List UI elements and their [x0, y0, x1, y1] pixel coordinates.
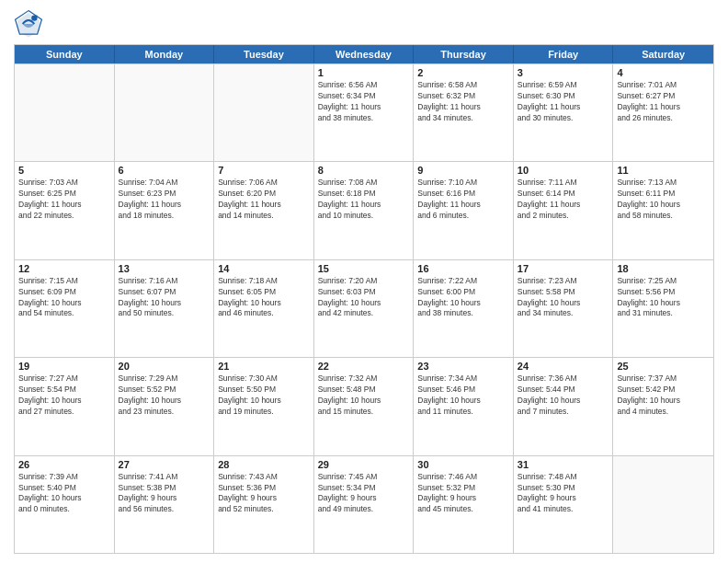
cell-info-line: Daylight: 9 hours [119, 493, 210, 504]
cell-info-line: Daylight: 10 hours [218, 396, 310, 407]
day-number: 20 [119, 361, 210, 372]
day-cell-15: 15Sunrise: 7:20 AMSunset: 6:03 PMDayligh… [314, 260, 415, 357]
cell-info-line: Sunrise: 7:03 AM [18, 178, 110, 189]
cell-info-line: and 22 minutes. [18, 211, 110, 222]
cell-info-line: Sunset: 6:23 PM [119, 189, 210, 200]
cell-info-line: Sunset: 5:50 PM [218, 385, 310, 396]
header [14, 9, 714, 39]
cell-info-line: Daylight: 11 hours [119, 200, 210, 211]
weekday-header-monday: Monday [115, 45, 215, 63]
cell-info-line: Daylight: 11 hours [417, 200, 509, 211]
cell-info-line: and 46 minutes. [218, 308, 310, 319]
cell-info-line: Daylight: 11 hours [518, 200, 609, 211]
day-number: 10 [518, 165, 609, 176]
weekday-header-wednesday: Wednesday [314, 45, 415, 63]
weekday-header-thursday: Thursday [414, 45, 514, 63]
cell-info-line: Sunset: 6:18 PM [318, 189, 410, 200]
cell-info-line: Sunset: 6:11 PM [617, 189, 710, 200]
cell-info-line: and 4 minutes. [617, 407, 710, 418]
cell-info-line: and 23 minutes. [119, 407, 210, 418]
cell-info-line: Daylight: 10 hours [617, 200, 710, 211]
day-cell-25: 25Sunrise: 7:37 AMSunset: 5:42 PMDayligh… [613, 358, 713, 454]
cell-info-line: Sunrise: 6:58 AM [417, 80, 509, 91]
cell-info-line: Sunset: 5:38 PM [119, 483, 210, 494]
cell-info-line: Sunset: 5:44 PM [518, 385, 609, 396]
day-number: 13 [119, 263, 210, 274]
cell-info-line: and 31 minutes. [617, 308, 710, 319]
cell-info-line: Daylight: 10 hours [518, 298, 609, 309]
cell-info-line: and 18 minutes. [119, 211, 210, 222]
cell-info-line: Daylight: 9 hours [417, 493, 509, 504]
cell-info-line: Daylight: 10 hours [417, 396, 509, 407]
weekday-header-saturday: Saturday [613, 45, 713, 63]
cell-info-line: and 26 minutes. [617, 113, 710, 124]
calendar-row-4: 26Sunrise: 7:39 AMSunset: 5:40 PMDayligh… [15, 455, 713, 553]
cell-info-line: Sunset: 5:46 PM [417, 385, 509, 396]
day-cell-16: 16Sunrise: 7:22 AMSunset: 6:00 PMDayligh… [414, 260, 514, 357]
cell-info-line: Daylight: 10 hours [417, 298, 509, 309]
cell-info-line: Sunrise: 7:48 AM [518, 472, 609, 483]
logo-icon [14, 9, 43, 39]
cell-info-line: and 6 minutes. [417, 211, 509, 222]
day-cell-17: 17Sunrise: 7:23 AMSunset: 5:58 PMDayligh… [514, 260, 614, 357]
cell-info-line: Sunrise: 7:23 AM [518, 276, 609, 287]
day-number: 30 [417, 459, 509, 470]
cell-info-line: and 38 minutes. [318, 113, 410, 124]
day-number: 22 [318, 361, 410, 372]
day-number: 4 [617, 67, 710, 78]
cell-info-line: and 27 minutes. [18, 407, 110, 418]
day-cell-12: 12Sunrise: 7:15 AMSunset: 6:09 PMDayligh… [15, 260, 115, 357]
cell-info-line: Sunset: 5:52 PM [119, 385, 210, 396]
day-number: 9 [417, 165, 509, 176]
cell-info-line: Sunrise: 6:59 AM [518, 80, 609, 91]
cell-info-line: Sunset: 6:05 PM [218, 287, 310, 298]
cell-info-line: Daylight: 10 hours [518, 396, 609, 407]
cell-info-line: and 56 minutes. [119, 504, 210, 515]
cell-info-line: and 54 minutes. [18, 308, 110, 319]
cell-info-line: Daylight: 11 hours [617, 102, 710, 113]
cell-info-line: and 34 minutes. [518, 308, 609, 319]
cell-info-line: Daylight: 10 hours [18, 493, 110, 504]
day-cell-30: 30Sunrise: 7:46 AMSunset: 5:32 PMDayligh… [414, 456, 514, 553]
cell-info-line: Sunset: 6:09 PM [18, 287, 110, 298]
cell-info-line: Sunset: 5:56 PM [617, 287, 710, 298]
day-number: 29 [318, 459, 410, 470]
cell-info-line: Daylight: 11 hours [417, 102, 509, 113]
cell-info-line: and 49 minutes. [318, 504, 410, 515]
day-number: 25 [617, 361, 710, 372]
cell-info-line: Sunset: 5:30 PM [518, 483, 609, 494]
cell-info-line: Daylight: 11 hours [318, 200, 410, 211]
day-number: 28 [218, 459, 310, 470]
cell-info-line: Daylight: 10 hours [318, 298, 410, 309]
cell-info-line: and 11 minutes. [417, 407, 509, 418]
weekday-header-tuesday: Tuesday [214, 45, 314, 63]
cell-info-line: Sunrise: 7:34 AM [417, 373, 509, 385]
cell-info-line: and 14 minutes. [218, 211, 310, 222]
cell-info-line: Sunrise: 7:22 AM [417, 276, 509, 287]
cell-info-line: Sunrise: 7:18 AM [218, 276, 310, 287]
calendar: SundayMondayTuesdayWednesdayThursdayFrid… [14, 44, 714, 554]
cell-info-line: and 7 minutes. [518, 407, 609, 418]
cell-info-line: and 15 minutes. [318, 407, 410, 418]
weekday-header-friday: Friday [514, 45, 614, 63]
cell-info-line: Sunrise: 6:56 AM [318, 80, 410, 91]
cell-info-line: and 0 minutes. [18, 504, 110, 515]
cell-info-line: Daylight: 10 hours [617, 298, 710, 309]
calendar-row-2: 12Sunrise: 7:15 AMSunset: 6:09 PMDayligh… [15, 259, 713, 357]
cell-info-line: Sunset: 6:16 PM [417, 189, 509, 200]
cell-info-line: Daylight: 11 hours [518, 102, 609, 113]
cell-info-line: and 42 minutes. [318, 308, 410, 319]
day-cell-27: 27Sunrise: 7:41 AMSunset: 5:38 PMDayligh… [115, 456, 215, 553]
empty-cell-r0c1 [115, 64, 215, 161]
calendar-row-1: 5Sunrise: 7:03 AMSunset: 6:25 PMDaylight… [15, 161, 713, 259]
day-cell-23: 23Sunrise: 7:34 AMSunset: 5:46 PMDayligh… [414, 358, 514, 454]
page: SundayMondayTuesdayWednesdayThursdayFrid… [0, 0, 728, 563]
day-cell-28: 28Sunrise: 7:43 AMSunset: 5:36 PMDayligh… [214, 456, 314, 553]
day-number: 3 [518, 67, 609, 78]
cell-info-line: Sunset: 6:20 PM [218, 189, 310, 200]
cell-info-line: Daylight: 10 hours [218, 298, 310, 309]
cell-info-line: Sunrise: 7:43 AM [218, 472, 310, 483]
cell-info-line: and 2 minutes. [518, 211, 609, 222]
cell-info-line: Sunrise: 7:29 AM [119, 373, 210, 385]
cell-info-line: Sunrise: 7:08 AM [318, 178, 410, 189]
